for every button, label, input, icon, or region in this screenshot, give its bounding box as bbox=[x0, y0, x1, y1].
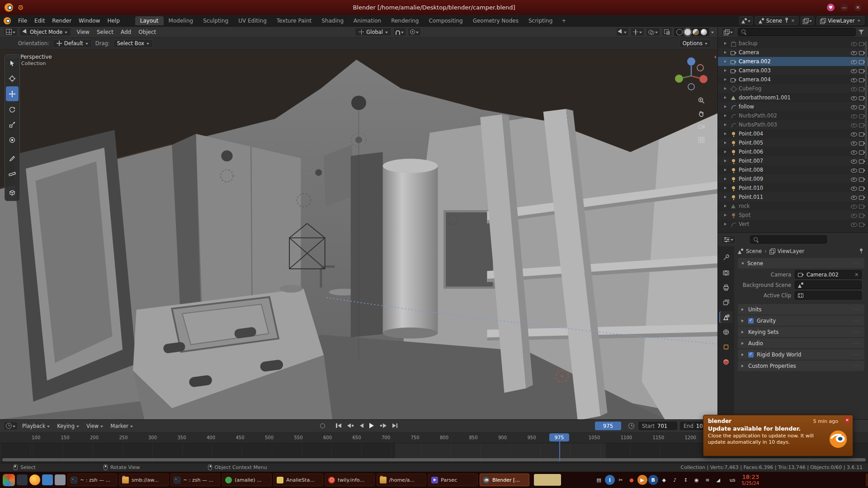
outliner-row[interactable]: follow bbox=[718, 102, 868, 111]
annotate-tool[interactable] bbox=[6, 151, 19, 166]
breadcrumb-scene[interactable]: Scene bbox=[746, 248, 762, 254]
outliner-row[interactable]: Camera bbox=[718, 48, 868, 57]
expand-arrow-icon[interactable] bbox=[724, 78, 728, 81]
outliner-row[interactable]: Point.006 bbox=[718, 147, 868, 156]
outliner-row[interactable]: Camera.003 bbox=[718, 66, 868, 75]
pin-id-icon[interactable] bbox=[859, 249, 863, 254]
filter-icon[interactable] bbox=[859, 29, 864, 35]
panel-edge-handle[interactable] bbox=[866, 474, 868, 486]
add-workspace-button[interactable]: + bbox=[557, 18, 570, 24]
selectability-dropdown[interactable] bbox=[616, 28, 629, 36]
outliner-row[interactable]: NurbsPath.003 bbox=[718, 120, 868, 129]
outliner-row[interactable]: Point.009 bbox=[718, 174, 868, 183]
transform-orientation-selector[interactable]: Global bbox=[355, 28, 392, 36]
scene-section-header[interactable]: Scene ···· bbox=[738, 258, 864, 268]
expand-arrow-icon[interactable] bbox=[724, 223, 728, 225]
proportional-edit-toggle[interactable] bbox=[408, 28, 421, 36]
menu-item[interactable]: Edit bbox=[31, 15, 48, 26]
scene-browse-button[interactable] bbox=[739, 16, 753, 25]
outliner-row[interactable]: Point.004 bbox=[718, 129, 868, 138]
shading-options-icon[interactable] bbox=[711, 32, 714, 35]
expand-arrow-icon[interactable] bbox=[724, 141, 728, 144]
expand-arrow-icon[interactable] bbox=[724, 123, 728, 126]
visibility-eye-icon[interactable] bbox=[851, 203, 857, 209]
visibility-eye-icon[interactable] bbox=[851, 158, 857, 164]
menu-item[interactable]: Render bbox=[48, 15, 75, 26]
pin-icon[interactable] bbox=[784, 18, 789, 23]
tab-render[interactable] bbox=[719, 267, 733, 278]
scene-selector[interactable]: Scene × bbox=[755, 16, 798, 25]
next-keyframe-button[interactable] bbox=[378, 422, 388, 430]
tray-icon[interactable]: ◆ bbox=[659, 475, 669, 485]
tab-material[interactable] bbox=[719, 356, 733, 368]
properties-search-input[interactable] bbox=[761, 236, 823, 243]
update-notification[interactable]: blender 5 min ago ✕ Update available for… bbox=[703, 415, 853, 456]
background-scene-field[interactable] bbox=[795, 281, 862, 289]
visibility-eye-icon[interactable] bbox=[851, 221, 857, 227]
xray-toggle[interactable] bbox=[662, 28, 672, 36]
expand-arrow-icon[interactable] bbox=[724, 96, 728, 99]
taskbar-window-button[interactable]: smb://aw... bbox=[119, 474, 169, 486]
clock[interactable]: 18:23 5/25/24 bbox=[741, 474, 759, 486]
render-visibility-icon[interactable] bbox=[859, 77, 865, 82]
expand-arrow-icon[interactable] bbox=[724, 51, 728, 54]
expand-arrow-icon[interactable] bbox=[724, 114, 728, 117]
tray-icon[interactable]: ▤ bbox=[594, 475, 604, 485]
expand-arrow-icon[interactable] bbox=[724, 150, 728, 153]
workspace-tab[interactable]: Rendering bbox=[386, 16, 424, 25]
taskbar-window-button[interactable]: /home/a... bbox=[377, 474, 426, 486]
render-visibility-icon[interactable] bbox=[859, 131, 865, 136]
timeline-menu-item[interactable]: Marker bbox=[107, 423, 137, 429]
tray-icon[interactable]: ✂ bbox=[616, 475, 626, 485]
keep-above-icon[interactable]: ♥ bbox=[827, 4, 835, 11]
tray-icon[interactable]: ≡ bbox=[703, 475, 712, 485]
visibility-eye-icon[interactable] bbox=[851, 167, 857, 173]
properties-section-header[interactable]: Keying Sets ···· bbox=[738, 327, 864, 337]
auto-key-toggle[interactable] bbox=[320, 423, 325, 428]
timeline-menu-item[interactable]: View bbox=[83, 423, 107, 429]
outliner-scrollbar[interactable] bbox=[865, 41, 867, 159]
notification-close-icon[interactable]: ✕ bbox=[844, 417, 851, 424]
view-axis-gizmo[interactable] bbox=[672, 55, 710, 93]
move-tool[interactable] bbox=[6, 86, 19, 101]
viewport-menu-item[interactable]: Add bbox=[117, 27, 135, 37]
visibility-eye-icon[interactable] bbox=[851, 113, 857, 119]
expand-arrow-icon[interactable] bbox=[724, 187, 728, 189]
frame-start-field[interactable]: Start701 bbox=[638, 422, 677, 430]
visibility-eye-icon[interactable] bbox=[851, 104, 857, 110]
rendered-shading-button[interactable] bbox=[701, 29, 707, 35]
options-dropdown[interactable]: Options bbox=[679, 39, 711, 48]
orientation-dropdown[interactable]: Default bbox=[53, 39, 92, 48]
scene-camera-field[interactable]: Camera.002 × bbox=[795, 270, 862, 279]
jump-to-end-button[interactable] bbox=[391, 422, 399, 430]
render-visibility-icon[interactable] bbox=[859, 213, 865, 218]
render-visibility-icon[interactable] bbox=[859, 104, 865, 109]
expand-arrow-icon[interactable] bbox=[724, 196, 728, 198]
render-visibility-icon[interactable] bbox=[859, 204, 865, 209]
taskbar-window-button[interactable]: ~ : zsh — ... bbox=[67, 474, 117, 486]
visibility-eye-icon[interactable] bbox=[851, 59, 857, 65]
add-cube-tool[interactable] bbox=[6, 185, 19, 200]
tab-output[interactable] bbox=[719, 282, 733, 293]
viewport-menu-item[interactable]: View bbox=[73, 27, 93, 37]
section-checkbox[interactable] bbox=[748, 352, 754, 357]
3d-scene-render[interactable] bbox=[0, 50, 717, 419]
tab-tool[interactable] bbox=[719, 252, 733, 263]
properties-editor-button[interactable] bbox=[722, 235, 736, 244]
tray-thumbnail[interactable] bbox=[534, 474, 561, 486]
tab-object[interactable] bbox=[719, 341, 733, 353]
minimize-icon[interactable]: — bbox=[840, 4, 848, 11]
outliner-row[interactable]: Point.008 bbox=[718, 165, 868, 174]
app-launcher-icon[interactable] bbox=[3, 474, 15, 486]
overlays-dropdown[interactable] bbox=[646, 28, 660, 36]
expand-arrow-icon[interactable] bbox=[724, 132, 728, 135]
outliner-row[interactable]: doorbathroom1.001 bbox=[718, 93, 868, 102]
taskbar-window-button[interactable]: twily.info... bbox=[325, 474, 375, 486]
outliner-row[interactable]: rock bbox=[718, 202, 868, 211]
outliner-row[interactable]: Camera.004 bbox=[718, 75, 868, 84]
pan-hand-icon[interactable] bbox=[698, 110, 706, 118]
menu-item[interactable]: Help bbox=[104, 15, 123, 26]
taskbar-window-button[interactable]: Blender [... bbox=[480, 474, 529, 486]
workspace-tab[interactable]: Modeling bbox=[164, 16, 198, 25]
render-visibility-icon[interactable] bbox=[859, 141, 865, 145]
